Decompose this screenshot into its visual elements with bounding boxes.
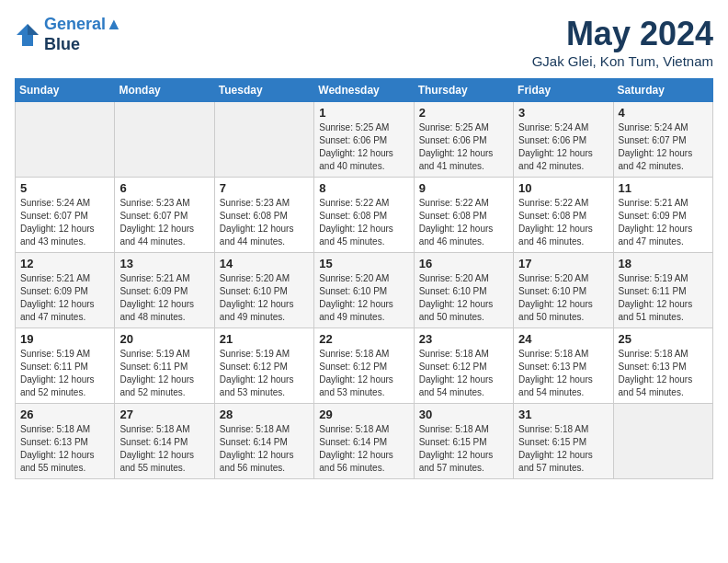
day-number: 9 <box>419 181 508 195</box>
calendar-cell: 11Sunrise: 5:21 AM Sunset: 6:09 PM Dayli… <box>613 178 712 253</box>
day-number: 21 <box>220 332 309 346</box>
logo-line1: General <box>44 15 106 33</box>
weekday-header-monday: Monday <box>115 79 214 102</box>
location-title: GJak Glei, Kon Tum, Vietnam <box>532 53 713 69</box>
weekday-header-tuesday: Tuesday <box>214 79 313 102</box>
day-info: Sunrise: 5:18 AM Sunset: 6:14 PM Dayligh… <box>319 423 408 475</box>
calendar-week-1: 1Sunrise: 5:25 AM Sunset: 6:06 PM Daylig… <box>16 102 713 178</box>
day-info: Sunrise: 5:21 AM Sunset: 6:09 PM Dayligh… <box>619 197 708 248</box>
calendar-cell: 4Sunrise: 5:24 AM Sunset: 6:07 PM Daylig… <box>613 102 712 178</box>
calendar-cell: 28Sunrise: 5:18 AM Sunset: 6:14 PM Dayli… <box>214 404 313 479</box>
day-info: Sunrise: 5:20 AM Sunset: 6:10 PM Dayligh… <box>518 272 608 324</box>
day-number: 22 <box>319 332 408 346</box>
day-number: 1 <box>319 106 408 120</box>
weekday-header-row: SundayMondayTuesdayWednesdayThursdayFrid… <box>16 79 713 102</box>
day-info: Sunrise: 5:25 AM Sunset: 6:06 PM Dayligh… <box>419 121 508 173</box>
day-info: Sunrise: 5:23 AM Sunset: 6:08 PM Dayligh… <box>220 197 309 248</box>
calendar-cell: 5Sunrise: 5:24 AM Sunset: 6:07 PM Daylig… <box>16 178 115 253</box>
day-number: 29 <box>319 408 408 421</box>
calendar-cell: 27Sunrise: 5:18 AM Sunset: 6:14 PM Dayli… <box>115 404 214 479</box>
calendar-cell: 7Sunrise: 5:23 AM Sunset: 6:08 PM Daylig… <box>214 178 313 253</box>
calendar-cell: 2Sunrise: 5:25 AM Sunset: 6:06 PM Daylig… <box>414 102 513 178</box>
calendar-cell: 17Sunrise: 5:20 AM Sunset: 6:10 PM Dayli… <box>514 253 613 328</box>
day-info: Sunrise: 5:21 AM Sunset: 6:09 PM Dayligh… <box>20 272 109 324</box>
title-block: May 2024 GJak Glei, Kon Tum, Vietnam <box>532 15 713 69</box>
logo-line2: Blue <box>44 35 122 55</box>
calendar-cell: 26Sunrise: 5:18 AM Sunset: 6:13 PM Dayli… <box>16 404 115 479</box>
calendar-week-5: 26Sunrise: 5:18 AM Sunset: 6:13 PM Dayli… <box>16 404 713 479</box>
day-number: 15 <box>319 257 408 270</box>
day-number: 26 <box>20 408 109 421</box>
day-info: Sunrise: 5:24 AM Sunset: 6:06 PM Dayligh… <box>518 121 608 173</box>
calendar-cell: 20Sunrise: 5:19 AM Sunset: 6:11 PM Dayli… <box>115 328 214 404</box>
day-number: 17 <box>518 257 608 270</box>
day-info: Sunrise: 5:25 AM Sunset: 6:06 PM Dayligh… <box>319 121 408 173</box>
calendar-cell <box>16 102 115 178</box>
day-info: Sunrise: 5:19 AM Sunset: 6:12 PM Dayligh… <box>220 348 309 399</box>
day-info: Sunrise: 5:18 AM Sunset: 6:15 PM Dayligh… <box>419 423 508 475</box>
day-info: Sunrise: 5:18 AM Sunset: 6:12 PM Dayligh… <box>419 348 508 399</box>
calendar-cell: 14Sunrise: 5:20 AM Sunset: 6:10 PM Dayli… <box>214 253 313 328</box>
day-number: 18 <box>619 257 708 270</box>
calendar-cell: 16Sunrise: 5:20 AM Sunset: 6:10 PM Dayli… <box>414 253 513 328</box>
day-number: 27 <box>119 408 209 421</box>
day-number: 30 <box>419 408 508 421</box>
calendar-cell <box>115 102 214 178</box>
weekday-header-sunday: Sunday <box>16 79 115 102</box>
day-number: 5 <box>20 181 109 195</box>
calendar-cell: 21Sunrise: 5:19 AM Sunset: 6:12 PM Dayli… <box>214 328 313 404</box>
calendar-cell: 30Sunrise: 5:18 AM Sunset: 6:15 PM Dayli… <box>414 404 513 479</box>
logo: General▲ Blue <box>15 15 122 54</box>
day-info: Sunrise: 5:18 AM Sunset: 6:14 PM Dayligh… <box>119 423 209 475</box>
day-info: Sunrise: 5:24 AM Sunset: 6:07 PM Dayligh… <box>619 121 708 173</box>
day-info: Sunrise: 5:18 AM Sunset: 6:14 PM Dayligh… <box>220 423 309 475</box>
calendar-cell: 10Sunrise: 5:22 AM Sunset: 6:08 PM Dayli… <box>514 178 613 253</box>
calendar-cell: 9Sunrise: 5:22 AM Sunset: 6:08 PM Daylig… <box>414 178 513 253</box>
calendar-cell: 15Sunrise: 5:20 AM Sunset: 6:10 PM Dayli… <box>314 253 414 328</box>
svg-marker-1 <box>28 24 39 35</box>
calendar-cell: 31Sunrise: 5:18 AM Sunset: 6:15 PM Dayli… <box>514 404 613 479</box>
day-number: 7 <box>220 181 309 195</box>
day-number: 20 <box>119 332 209 346</box>
day-info: Sunrise: 5:20 AM Sunset: 6:10 PM Dayligh… <box>220 272 309 324</box>
day-number: 12 <box>20 257 109 270</box>
day-info: Sunrise: 5:22 AM Sunset: 6:08 PM Dayligh… <box>419 197 508 248</box>
day-number: 28 <box>220 408 309 421</box>
calendar-cell <box>613 404 712 479</box>
day-number: 31 <box>518 408 608 421</box>
day-info: Sunrise: 5:18 AM Sunset: 6:12 PM Dayligh… <box>319 348 408 399</box>
day-info: Sunrise: 5:24 AM Sunset: 6:07 PM Dayligh… <box>20 197 109 248</box>
calendar-table: SundayMondayTuesdayWednesdayThursdayFrid… <box>15 78 713 479</box>
day-info: Sunrise: 5:21 AM Sunset: 6:09 PM Dayligh… <box>119 272 209 324</box>
calendar-cell: 3Sunrise: 5:24 AM Sunset: 6:06 PM Daylig… <box>514 102 613 178</box>
day-number: 4 <box>619 106 708 120</box>
day-info: Sunrise: 5:19 AM Sunset: 6:11 PM Dayligh… <box>619 272 708 324</box>
day-number: 24 <box>518 332 608 346</box>
day-info: Sunrise: 5:18 AM Sunset: 6:15 PM Dayligh… <box>518 423 608 475</box>
logo-icon <box>15 22 40 48</box>
day-info: Sunrise: 5:19 AM Sunset: 6:11 PM Dayligh… <box>119 348 209 399</box>
weekday-header-friday: Friday <box>514 79 613 102</box>
calendar-cell: 8Sunrise: 5:22 AM Sunset: 6:08 PM Daylig… <box>314 178 414 253</box>
day-info: Sunrise: 5:22 AM Sunset: 6:08 PM Dayligh… <box>518 197 608 248</box>
calendar-cell: 25Sunrise: 5:18 AM Sunset: 6:13 PM Dayli… <box>613 328 712 404</box>
weekday-header-wednesday: Wednesday <box>314 79 414 102</box>
month-title: May 2024 <box>532 15 713 53</box>
day-info: Sunrise: 5:22 AM Sunset: 6:08 PM Dayligh… <box>319 197 408 248</box>
day-info: Sunrise: 5:18 AM Sunset: 6:13 PM Dayligh… <box>20 423 109 475</box>
day-number: 13 <box>119 257 209 270</box>
day-number: 6 <box>119 181 209 195</box>
weekday-header-saturday: Saturday <box>613 79 712 102</box>
calendar-cell: 23Sunrise: 5:18 AM Sunset: 6:12 PM Dayli… <box>414 328 513 404</box>
day-info: Sunrise: 5:20 AM Sunset: 6:10 PM Dayligh… <box>319 272 408 324</box>
calendar-cell: 19Sunrise: 5:19 AM Sunset: 6:11 PM Dayli… <box>16 328 115 404</box>
day-info: Sunrise: 5:23 AM Sunset: 6:07 PM Dayligh… <box>119 197 209 248</box>
page-header: General▲ Blue May 2024 GJak Glei, Kon Tu… <box>15 15 713 69</box>
calendar-body: 1Sunrise: 5:25 AM Sunset: 6:06 PM Daylig… <box>16 102 713 479</box>
calendar-cell: 18Sunrise: 5:19 AM Sunset: 6:11 PM Dayli… <box>613 253 712 328</box>
day-info: Sunrise: 5:20 AM Sunset: 6:10 PM Dayligh… <box>419 272 508 324</box>
day-number: 23 <box>419 332 508 346</box>
day-number: 3 <box>518 106 608 120</box>
calendar-cell: 22Sunrise: 5:18 AM Sunset: 6:12 PM Dayli… <box>314 328 414 404</box>
day-info: Sunrise: 5:19 AM Sunset: 6:11 PM Dayligh… <box>20 348 109 399</box>
